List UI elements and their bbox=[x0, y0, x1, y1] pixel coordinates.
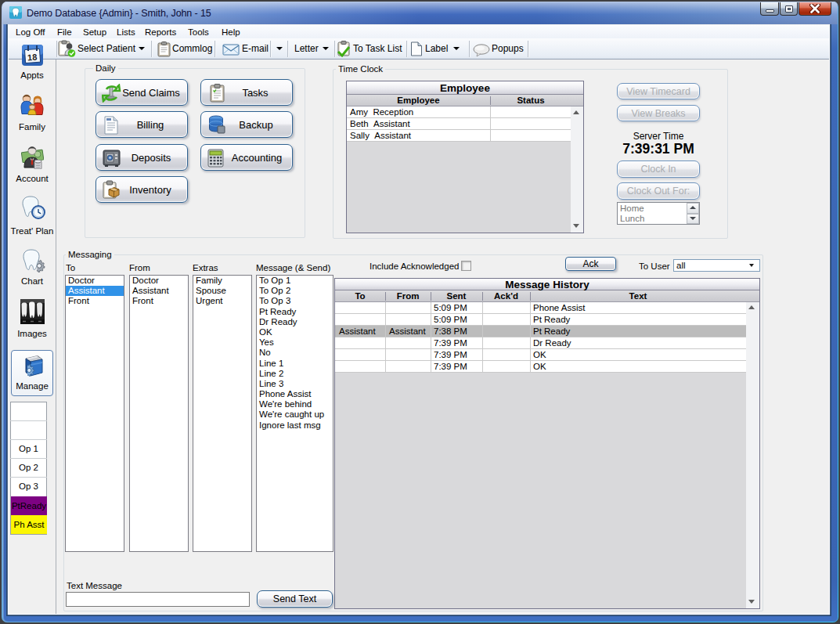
svg-text:18: 18 bbox=[27, 52, 38, 63]
